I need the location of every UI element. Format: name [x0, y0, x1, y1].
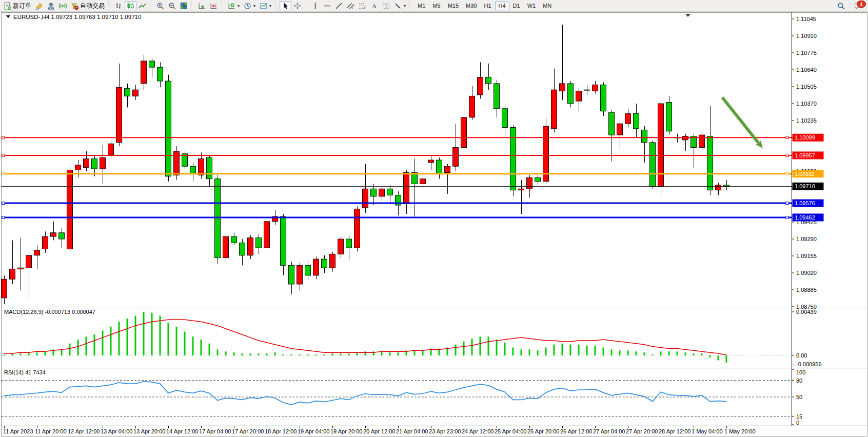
macd-tick-label: 0.00 — [796, 352, 807, 359]
toolbar-separator — [305, 2, 307, 10]
styles-button[interactable] — [33, 1, 45, 10]
timeframe-MN[interactable]: MN — [539, 2, 555, 10]
price-tag-text: 1.09576 — [795, 200, 815, 206]
toolbar-button-label: 新订单 — [13, 2, 31, 10]
price-tag-text: 1.09957 — [795, 152, 815, 158]
timeframe-D1[interactable]: D1 — [509, 2, 524, 10]
candle — [461, 117, 467, 148]
date-tick-label: 24 Apr 12:00 — [462, 428, 494, 434]
timeframe-H1[interactable]: H1 — [480, 2, 495, 10]
timeframe-M30[interactable]: M30 — [462, 2, 480, 10]
candle — [478, 77, 483, 95]
chart-area[interactable]: 1.110451.109101.107751.106401.105051.103… — [0, 0, 868, 437]
candle — [716, 185, 721, 190]
candle — [535, 177, 541, 181]
trendline-button[interactable] — [333, 1, 345, 10]
timeframe-W1[interactable]: W1 — [524, 2, 540, 10]
timeframe-M5[interactable]: M5 — [429, 2, 444, 10]
candle — [67, 170, 73, 249]
timeframe-M15[interactable]: M15 — [444, 2, 462, 10]
date-tick-label: 23 Apr 23:00 — [429, 428, 461, 434]
line-anchor[interactable] — [786, 216, 788, 218]
macd-tick-label: 0.00439 — [796, 309, 817, 315]
price-tick-label: 1.10640 — [796, 67, 817, 73]
price-tick-label: 1.10370 — [796, 101, 817, 107]
date-tick-label: 25 Apr 20:00 — [527, 428, 559, 434]
cursor-icon — [282, 2, 289, 10]
cursor-button[interactable] — [280, 1, 291, 10]
tile-windows-button[interactable] — [178, 1, 190, 10]
text-label-button[interactable]: T — [380, 1, 392, 10]
candle — [338, 239, 344, 254]
candle — [486, 77, 491, 84]
date-tick-label: 11 Apr 2023 — [3, 428, 33, 434]
templates-button[interactable]: ▾ — [258, 1, 273, 10]
equidistant-channel-button[interactable]: E — [345, 1, 357, 10]
candle — [666, 103, 672, 131]
highlighter-icon — [35, 2, 43, 10]
chart-title-group: EURUSD-,H4 1.09723 1.09763 1.09710 1.097… — [6, 14, 141, 20]
templates-icon — [260, 2, 267, 10]
vertical-line-button[interactable] — [309, 1, 321, 10]
line-anchor[interactable] — [786, 154, 788, 156]
line-anchor[interactable] — [2, 202, 5, 205]
candle — [494, 84, 500, 109]
indicators-button[interactable]: ▾ — [226, 1, 242, 10]
signals-button[interactable] — [57, 1, 69, 10]
periods-button[interactable]: ▾ — [242, 1, 258, 10]
autotrade-icon — [71, 2, 78, 10]
candle — [593, 85, 598, 91]
autotrade-button[interactable]: 自动交易 — [69, 1, 107, 10]
candle — [51, 233, 56, 236]
new-order-button[interactable]: 新订单 — [2, 1, 33, 10]
line-anchor[interactable] — [2, 154, 5, 156]
bar-chart-button[interactable] — [113, 1, 125, 10]
candle-chart-button[interactable] — [125, 1, 136, 10]
zoom-out-button[interactable] — [166, 1, 178, 10]
line-anchor[interactable] — [786, 202, 788, 205]
candle — [92, 159, 97, 169]
auto-scroll-button[interactable] — [196, 1, 208, 10]
crosshair-button[interactable] — [291, 1, 303, 10]
timeframe-H4[interactable]: H4 — [495, 2, 509, 10]
candle — [248, 238, 253, 255]
candle — [43, 236, 48, 249]
zoom-in-icon — [156, 2, 164, 10]
line-anchor[interactable] — [2, 216, 5, 218]
date-tick-label: 14 Apr 12:00 — [166, 428, 198, 434]
line-anchor[interactable] — [786, 136, 788, 139]
candle — [264, 222, 270, 248]
candle — [346, 239, 352, 248]
candle — [330, 254, 336, 268]
candles-icon — [127, 2, 134, 10]
timeframe-M1[interactable]: M1 — [414, 2, 429, 10]
trendline-icon — [335, 2, 343, 10]
candle — [609, 112, 615, 135]
line-anchor[interactable] — [2, 172, 5, 175]
text-button[interactable]: A — [368, 1, 380, 10]
search-button[interactable] — [835, 1, 847, 10]
candle — [453, 148, 459, 167]
line-chart-button[interactable] — [136, 1, 148, 10]
label-icon: T — [382, 2, 390, 10]
auto-scroll-icon — [198, 2, 206, 10]
candle — [527, 177, 532, 189]
candle — [10, 269, 15, 280]
toolbar-separator — [409, 2, 412, 10]
line-anchor[interactable] — [786, 172, 788, 175]
zoom-in-button[interactable] — [154, 1, 166, 10]
fibonacci-button[interactable]: F — [357, 1, 368, 10]
toolbar-separator — [108, 2, 111, 10]
candle — [387, 189, 393, 195]
candle — [354, 209, 360, 248]
line-anchor[interactable] — [2, 136, 5, 139]
chart-shift-button[interactable] — [208, 1, 220, 10]
notifications-button[interactable]: 1 — [852, 1, 864, 10]
toolbar: 新订单自动交易▾▾▾EFAT▾M1M5M15M30H1H4D1W1MN1 — [0, 0, 868, 12]
toolbar-separator — [275, 2, 278, 10]
candle — [584, 90, 590, 90]
horizontal-line-button[interactable] — [321, 1, 333, 10]
chart-shift-icon — [210, 2, 218, 10]
arrows-button[interactable]: ▾ — [392, 1, 408, 10]
profile-button[interactable] — [45, 1, 57, 10]
